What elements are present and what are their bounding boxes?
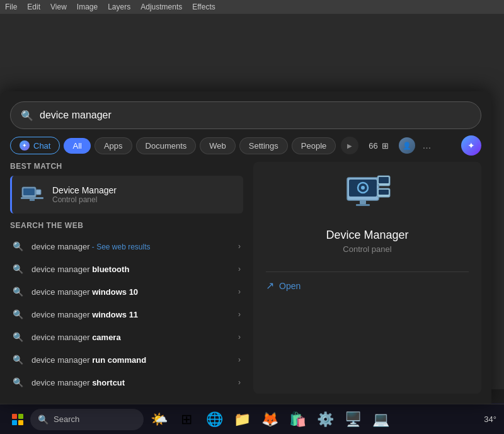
web-result-4[interactable]: 🔍 device manager windows 11 › [10, 303, 243, 326]
weather-temp: 34° [484, 414, 496, 424]
start-button[interactable] [8, 409, 28, 430]
tab-documents[interactable]: Documents [136, 137, 197, 154]
copilot-button[interactable]: ✦ [461, 135, 481, 156]
svg-rect-2 [36, 190, 41, 195]
best-match-item[interactable]: Device Manager Control panel [10, 176, 243, 214]
tab-chat[interactable]: ✦ Chat [10, 137, 60, 154]
taskbar-search[interactable]: 🔍 Search [30, 409, 144, 430]
svg-point-8 [361, 186, 365, 190]
open-icon: ↗ [266, 280, 274, 292]
wr-search-icon-6: 🔍 [13, 355, 25, 365]
search-input-display[interactable]: device manager [40, 110, 471, 121]
taskbar-app-settings[interactable]: ⚙️ [312, 407, 338, 432]
detail-subtitle: Control panel [343, 244, 391, 254]
search-input-wrap[interactable]: 🔍 device manager [10, 101, 481, 129]
wr-text-4: device manager windows 11 [32, 310, 232, 319]
wr-arrow-5: › [238, 333, 241, 341]
open-label: Open [279, 281, 301, 291]
taskbar-app-firefox[interactable]: 🦊 [257, 407, 282, 432]
taskbar-widgets-icon: 🌤️ [151, 411, 168, 428]
tab-all[interactable]: All [64, 138, 90, 154]
search-right-panel: Device Manager Control panel ↗ Open [253, 162, 481, 394]
wr-arrow-1: › [238, 242, 241, 251]
ps-menu-image[interactable]: Image [77, 3, 98, 11]
best-match-info: Device Manager Control panel [52, 185, 117, 204]
wr-text-6: device manager run command [32, 355, 232, 365]
taskbar-app-widgets[interactable]: 🌤️ [146, 407, 171, 432]
web-result-2[interactable]: 🔍 device manager bluetooth › [10, 258, 243, 280]
taskbar-store-icon: 🛍️ [289, 411, 306, 428]
wr-text-3: device manager windows 10 [32, 287, 232, 297]
copilot-icon: ✦ [20, 140, 30, 151]
copilot-btn-icon: ✦ [467, 140, 475, 151]
more-button[interactable]: ... [419, 137, 435, 154]
ps-menu-effects[interactable]: Effects [192, 3, 215, 11]
win-logo-cell-4 [18, 420, 23, 425]
web-result-3[interactable]: 🔍 device manager windows 10 › [10, 280, 243, 303]
play-icon: ▶ [347, 142, 352, 149]
ps-menu-bar: File Edit View Image Layers Adjustments … [0, 0, 504, 14]
svg-rect-14 [379, 190, 389, 195]
best-match-title: Device Manager [52, 185, 117, 195]
detail-divider [266, 271, 469, 272]
ps-menu-view[interactable]: View [50, 3, 67, 11]
search-input-bar: 🔍 device manager [0, 91, 491, 129]
taskbar-app-store[interactable]: 🛍️ [285, 407, 310, 432]
wr-text-5: device manager camera [32, 333, 232, 342]
wr-text-7: device manager shortcut [32, 378, 232, 387]
taskbar-taskview-icon: ⊞ [181, 411, 192, 428]
wr-arrow-4: › [238, 310, 241, 319]
web-result-1[interactable]: 🔍 device manager - See web results › [10, 235, 243, 258]
filter-tabs: ✦ Chat All Apps Documents Web Settings P… [0, 129, 491, 162]
taskbar-app-misc2[interactable]: 💻 [368, 407, 393, 432]
web-search-label: Search the web [10, 221, 243, 230]
taskbar-app-explorer[interactable]: 📁 [229, 407, 255, 432]
tab-apps[interactable]: Apps [94, 137, 132, 154]
user-avatar[interactable]: 👤 [399, 137, 415, 154]
tab-play-button[interactable]: ▶ [341, 137, 358, 154]
svg-rect-4 [30, 199, 35, 201]
taskbar-app-taskview[interactable]: ⊞ [174, 407, 199, 432]
wr-arrow-2: › [238, 265, 241, 273]
win-logo-cell-2 [18, 414, 23, 419]
device-manager-icon-small [20, 182, 45, 207]
open-button[interactable]: ↗ Open [266, 280, 301, 292]
tab-web[interactable]: Web [200, 137, 236, 154]
taskbar-weather: 34° [484, 414, 496, 424]
taskbar-app-chrome[interactable]: 🌐 [202, 407, 227, 432]
web-result-7[interactable]: 🔍 device manager shortcut › [10, 371, 243, 394]
win-logo-cell-3 [12, 420, 17, 425]
search-left-panel: Best match Device Manager Control panel [10, 162, 243, 394]
web-result-6[interactable]: 🔍 device manager run command › [10, 348, 243, 371]
device-manager-large-icon [342, 174, 392, 219]
taskbar-misc2-icon: 💻 [372, 411, 389, 428]
ps-menu-adjustments[interactable]: Adjustments [140, 3, 182, 11]
taskbar-misc1-icon: 🖥️ [345, 411, 362, 428]
tab-people[interactable]: People [292, 137, 336, 154]
wr-text-2: device manager bluetooth [32, 265, 232, 274]
count-icon: ⊞ [382, 141, 389, 151]
taskbar-app-misc1[interactable]: 🖥️ [340, 407, 365, 432]
ps-menu-file[interactable]: File [5, 3, 17, 11]
win-logo-cell-1 [12, 414, 17, 419]
svg-rect-3 [21, 197, 43, 199]
search-main: Best match Device Manager Control panel [0, 162, 491, 404]
tab-settings[interactable]: Settings [239, 137, 288, 154]
count-number: 66 [369, 141, 377, 151]
svg-rect-10 [379, 177, 389, 183]
best-match-subtitle: Control panel [52, 195, 117, 204]
svg-rect-1 [23, 188, 35, 195]
svg-rect-11 [360, 200, 366, 204]
web-result-5[interactable]: 🔍 device manager camera › [10, 326, 243, 348]
taskbar-search-icon: 🔍 [38, 414, 49, 425]
ps-menu-layers[interactable]: Layers [108, 3, 130, 11]
ps-menu-edit[interactable]: Edit [27, 3, 40, 11]
best-match-label: Best match [10, 162, 243, 171]
wr-search-icon-4: 🔍 [13, 309, 25, 319]
taskbar: 🔍 Search 🌤️ ⊞ 🌐 📁 🦊 🛍️ ⚙️ 🖥️ 💻 34° [0, 404, 504, 434]
tab-count: 66 ⊞ [362, 138, 394, 154]
windows-logo [12, 414, 23, 425]
svg-rect-12 [356, 204, 370, 206]
wr-search-icon-1: 🔍 [13, 241, 25, 251]
wr-text-1: device manager - See web results [32, 242, 232, 251]
